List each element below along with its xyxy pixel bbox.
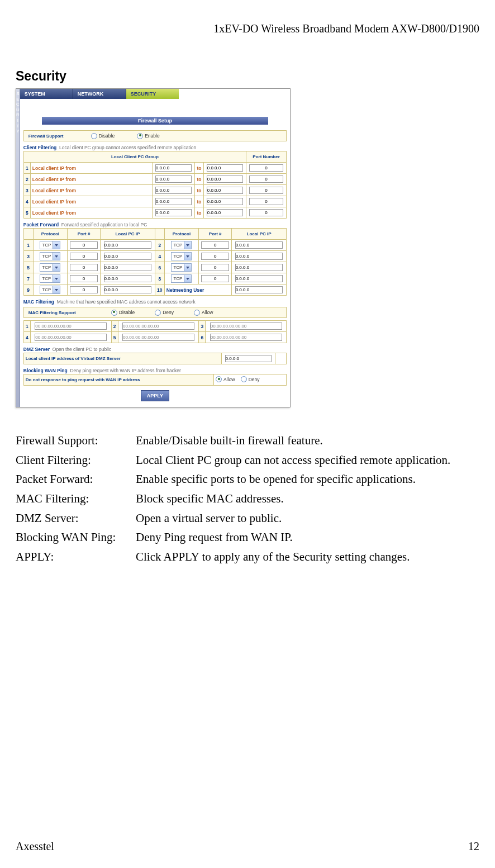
mac-row: 456: [23, 332, 286, 343]
wan-deny-radio[interactable]: Deny: [241, 376, 260, 382]
pf-port-input[interactable]: [70, 253, 98, 260]
definition-desc: Open a virtual server to public.: [136, 509, 479, 528]
definition-term: Firewall Support:: [16, 431, 136, 450]
packet-forward-row: 1TCP2TCP: [23, 240, 286, 251]
client-filtering-row: 3Local client IP fromto: [23, 185, 286, 196]
protocol-select[interactable]: TCP: [171, 241, 192, 249]
pf-port-input[interactable]: [70, 275, 98, 282]
pf-ip-input[interactable]: [235, 253, 283, 260]
cf-port-input[interactable]: [249, 198, 284, 205]
pf-ip-input[interactable]: [104, 264, 152, 271]
chevron-down-icon: [53, 264, 60, 271]
mac-input[interactable]: [35, 322, 107, 330]
pf-port-input[interactable]: [201, 241, 229, 249]
mac-input[interactable]: [122, 334, 194, 341]
mac-input[interactable]: [122, 322, 194, 330]
definition-desc: Enable specific ports to be opened for s…: [136, 469, 479, 489]
definition-row: Blocking WAN Ping:Deny Ping request from…: [16, 528, 479, 547]
tab-system[interactable]: SYSTEM: [20, 89, 73, 99]
cf-from-input[interactable]: [155, 198, 192, 205]
cf-from-input[interactable]: [155, 187, 192, 194]
protocol-select[interactable]: TCP: [171, 252, 192, 260]
pf-port-input[interactable]: [70, 264, 98, 271]
wan-allow-radio[interactable]: Allow: [216, 376, 235, 382]
pf-ip-input[interactable]: [235, 241, 283, 249]
client-filtering-row: 5Local client IP fromto: [23, 207, 286, 219]
pf-ip-input[interactable]: [104, 286, 152, 293]
pf-ip-input[interactable]: [235, 264, 283, 271]
page-number: 12: [468, 840, 479, 853]
mac-filtering-support-row: MAC Filtering Support Disable Deny Allow: [23, 307, 287, 318]
dmz-header: DMZ Server Open the client PC to public: [23, 347, 287, 352]
mac-disable-radio[interactable]: Disable: [111, 310, 135, 316]
protocol-select[interactable]: TCP: [171, 274, 192, 283]
cf-port-input[interactable]: [249, 187, 284, 194]
pf-port-input[interactable]: [201, 275, 229, 282]
pf-ip-input[interactable]: [235, 275, 283, 282]
pf-ip-input[interactable]: [104, 241, 152, 249]
packet-forward-header: Packet Forward Forward specified applica…: [23, 222, 287, 227]
mac-row: 123: [23, 321, 286, 332]
cf-port-input[interactable]: [249, 176, 284, 183]
apply-button[interactable]: APPLY: [141, 390, 169, 401]
tab-network[interactable]: NETWORK: [73, 89, 126, 99]
packet-forward-table: Protocol Port # Local PC IP Protocol Por…: [23, 228, 287, 296]
cf-port-input[interactable]: [249, 209, 284, 216]
protocol-select[interactable]: TCP: [40, 241, 60, 249]
cf-port-input[interactable]: [249, 164, 284, 172]
mac-input[interactable]: [210, 334, 282, 341]
definitions-block: Firewall Support:Enable/Disable built-in…: [16, 431, 479, 566]
tab-security[interactable]: SECURITY: [126, 89, 179, 99]
definition-row: MAC Filtering:Block specific MAC address…: [16, 489, 479, 509]
top-nav: SYSTEM NETWORK SECURITY: [20, 89, 290, 99]
pf-port-input[interactable]: [201, 264, 229, 271]
definition-desc: Click APPLY to apply any of the Security…: [136, 547, 479, 567]
cf-to-input[interactable]: [207, 209, 244, 216]
mac-filtering-table: 123456: [23, 320, 287, 343]
cf-to-input[interactable]: [207, 176, 244, 183]
wan-ping-header: Blocking WAN Ping Deny ping request with…: [23, 368, 287, 373]
netmeeting-ip-input[interactable]: [235, 286, 283, 293]
cf-to-input[interactable]: [207, 187, 244, 194]
cf-to-input[interactable]: [207, 198, 244, 205]
pf-ip-input[interactable]: [104, 253, 152, 260]
client-filtering-row: 4Local client IP fromto: [23, 196, 286, 207]
pf-port-input[interactable]: [70, 241, 98, 249]
packet-forward-row: 7TCP8TCP: [23, 273, 286, 284]
cf-to-input[interactable]: [207, 164, 244, 172]
mac-input[interactable]: [210, 322, 282, 330]
firewall-disable-radio[interactable]: Disable: [91, 133, 115, 139]
definition-term: Packet Forward:: [16, 469, 136, 489]
pf-port-input[interactable]: [201, 253, 229, 260]
definition-row: APPLY:Click APPLY to apply any of the Se…: [16, 547, 479, 567]
mac-support-label: MAC Filtering Support: [24, 310, 111, 315]
chevron-down-icon: [184, 241, 191, 249]
client-filtering-table: Local Client PC GroupPort Number 1Local …: [23, 151, 287, 219]
chevron-down-icon: [53, 253, 60, 260]
page-footer: Axesstel 12: [16, 840, 479, 853]
pf-port-input[interactable]: [70, 286, 98, 293]
pf-ip-input[interactable]: [104, 275, 152, 282]
cf-from-input[interactable]: [155, 164, 192, 172]
cf-from-input[interactable]: [155, 176, 192, 183]
protocol-select[interactable]: TCP: [40, 252, 60, 260]
dmz-ip-input[interactable]: [225, 355, 272, 362]
screenshot-security: S E C U R I T Y SYSTEM NETWORK SECURITY …: [16, 88, 291, 407]
mac-input[interactable]: [35, 334, 107, 341]
cf-from-input[interactable]: [155, 209, 192, 216]
mac-filtering-header: MAC Filtering Machine that have specifie…: [23, 299, 287, 305]
mac-allow-radio[interactable]: Allow: [194, 310, 213, 316]
mac-deny-radio[interactable]: Deny: [155, 310, 174, 316]
definition-term: Client Filtering:: [16, 450, 136, 470]
protocol-select[interactable]: TCP: [40, 263, 60, 272]
page-header: 1xEV-DO Wireless Broadband Modem AXW-D80…: [16, 22, 479, 35]
definition-desc: Enable/Disable built-in firewall feature…: [136, 431, 479, 450]
chevron-down-icon: [53, 241, 60, 249]
protocol-select[interactable]: TCP: [40, 286, 60, 294]
firewall-enable-radio[interactable]: Enable: [137, 133, 159, 139]
protocol-select[interactable]: TCP: [171, 263, 192, 272]
packet-forward-row: 5TCP6TCP: [23, 262, 286, 273]
firewall-setup-banner: Firewall Setup: [42, 117, 268, 125]
chevron-down-icon: [53, 286, 60, 293]
protocol-select[interactable]: TCP: [40, 274, 60, 283]
